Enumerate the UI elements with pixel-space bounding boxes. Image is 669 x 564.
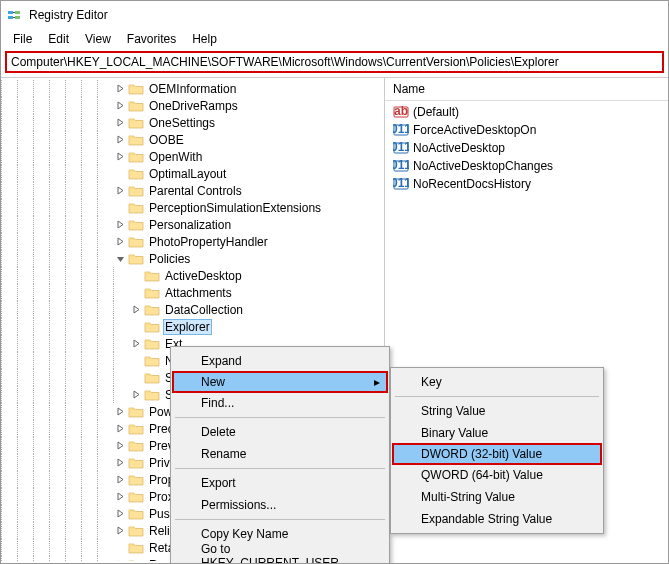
value-row[interactable]: 011NoActiveDesktop: [389, 139, 664, 157]
menu-item[interactable]: Expand: [173, 350, 387, 372]
tree-label: Parental Controls: [147, 184, 244, 198]
tree-item[interactable]: OneDriveRamps: [1, 97, 384, 114]
tree-context-menu: ExpandNew▸Find...DeleteRenameExportPermi…: [170, 346, 390, 564]
menu-item[interactable]: Binary Value: [393, 422, 601, 444]
tree-item[interactable]: DataCollection: [1, 301, 384, 318]
expander-icon[interactable]: [113, 422, 127, 436]
menu-separator: [175, 519, 385, 520]
menu-label: Delete: [201, 425, 236, 439]
menu-item[interactable]: Find...: [173, 392, 387, 414]
menu-item[interactable]: QWORD (64-bit) Value: [393, 464, 601, 486]
menu-view[interactable]: View: [77, 30, 119, 48]
svg-rect-2: [15, 11, 20, 14]
expander-icon[interactable]: [113, 507, 127, 521]
expander-icon[interactable]: [113, 490, 127, 504]
value-name: NoActiveDesktop: [413, 141, 505, 155]
expander-icon[interactable]: [113, 116, 127, 130]
expander-icon[interactable]: [129, 354, 143, 368]
value-name: NoRecentDocsHistory: [413, 177, 531, 191]
value-name: (Default): [413, 105, 459, 119]
svg-text:ab: ab: [394, 104, 408, 118]
expander-icon[interactable]: [113, 150, 127, 164]
tree-item[interactable]: ActiveDesktop: [1, 267, 384, 284]
menu-file[interactable]: File: [5, 30, 40, 48]
expander-icon[interactable]: [129, 303, 143, 317]
tree-label: PerceptionSimulationExtensions: [147, 201, 323, 215]
menu-item[interactable]: String Value: [393, 400, 601, 422]
expander-icon[interactable]: [113, 235, 127, 249]
expander-icon[interactable]: [129, 286, 143, 300]
tree-item[interactable]: OEMInformation: [1, 80, 384, 97]
expander-icon[interactable]: [113, 473, 127, 487]
expander-icon[interactable]: [113, 252, 127, 266]
value-type-icon: ab: [393, 104, 409, 120]
menu-item[interactable]: Go to HKEY_CURRENT_USER: [173, 545, 387, 564]
expander-icon[interactable]: [129, 371, 143, 385]
menu-item[interactable]: Expandable String Value: [393, 508, 601, 530]
column-header-name[interactable]: Name: [385, 78, 668, 101]
expander-icon[interactable]: [113, 439, 127, 453]
menu-item[interactable]: Delete: [173, 421, 387, 443]
tree-item[interactable]: Attachments: [1, 284, 384, 301]
value-row[interactable]: 011ForceActiveDesktopOn: [389, 121, 664, 139]
menu-item[interactable]: Permissions...: [173, 494, 387, 516]
tree-item[interactable]: OOBE: [1, 131, 384, 148]
menu-item[interactable]: New▸: [172, 371, 388, 393]
menu-label: Go to HKEY_CURRENT_USER: [201, 542, 367, 564]
tree-item[interactable]: PerceptionSimulationExtensions: [1, 199, 384, 216]
tree-item[interactable]: OptimalLayout: [1, 165, 384, 182]
folder-icon: [144, 337, 160, 351]
menu-help[interactable]: Help: [184, 30, 225, 48]
tree-item[interactable]: OpenWith: [1, 148, 384, 165]
submenu-arrow-icon: ▸: [374, 375, 380, 389]
expander-icon[interactable]: [113, 99, 127, 113]
expander-icon[interactable]: [129, 269, 143, 283]
expander-icon[interactable]: [129, 320, 143, 334]
tree-item[interactable]: Parental Controls: [1, 182, 384, 199]
menu-label: Expandable String Value: [421, 512, 552, 526]
expander-icon[interactable]: [129, 337, 143, 351]
svg-text:011: 011: [393, 158, 409, 172]
expander-icon[interactable]: [113, 541, 127, 555]
value-row[interactable]: 011NoRecentDocsHistory: [389, 175, 664, 193]
tree-item[interactable]: Policies: [1, 250, 384, 267]
address-bar[interactable]: Computer\HKEY_LOCAL_MACHINE\SOFTWARE\Mic…: [5, 51, 664, 73]
folder-icon: [128, 235, 144, 249]
folder-icon: [128, 558, 144, 562]
expander-icon[interactable]: [113, 405, 127, 419]
tree-label: OneSettings: [147, 116, 217, 130]
tree-item[interactable]: PhotoPropertyHandler: [1, 233, 384, 250]
menu-item[interactable]: Export: [173, 472, 387, 494]
folder-icon: [144, 388, 160, 402]
regedit-icon: [7, 7, 23, 23]
tree-item[interactable]: Explorer: [1, 318, 384, 335]
menu-label: QWORD (64-bit) Value: [421, 468, 543, 482]
value-row[interactable]: 011NoActiveDesktopChanges: [389, 157, 664, 175]
value-row[interactable]: ab(Default): [389, 103, 664, 121]
menu-item[interactable]: Key: [393, 371, 601, 393]
expander-icon[interactable]: [113, 456, 127, 470]
menu-separator: [395, 396, 599, 397]
expander-icon[interactable]: [113, 133, 127, 147]
folder-icon: [128, 150, 144, 164]
expander-icon[interactable]: [113, 201, 127, 215]
titlebar: Registry Editor: [1, 1, 668, 29]
folder-icon: [128, 524, 144, 538]
folder-icon: [128, 252, 144, 266]
expander-icon[interactable]: [113, 82, 127, 96]
menu-item[interactable]: Rename: [173, 443, 387, 465]
expander-icon[interactable]: [113, 184, 127, 198]
menu-edit[interactable]: Edit: [40, 30, 77, 48]
folder-icon: [128, 184, 144, 198]
tree-item[interactable]: Personalization: [1, 216, 384, 233]
menu-favorites[interactable]: Favorites: [119, 30, 184, 48]
menu-item[interactable]: Multi-String Value: [393, 486, 601, 508]
expander-icon[interactable]: [129, 388, 143, 402]
tree-item[interactable]: OneSettings: [1, 114, 384, 131]
expander-icon[interactable]: [113, 167, 127, 181]
expander-icon[interactable]: [113, 524, 127, 538]
new-submenu: KeyString ValueBinary ValueDWORD (32-bit…: [390, 367, 604, 534]
expander-icon[interactable]: [113, 558, 127, 562]
menu-item[interactable]: DWORD (32-bit) Value: [392, 443, 602, 465]
expander-icon[interactable]: [113, 218, 127, 232]
